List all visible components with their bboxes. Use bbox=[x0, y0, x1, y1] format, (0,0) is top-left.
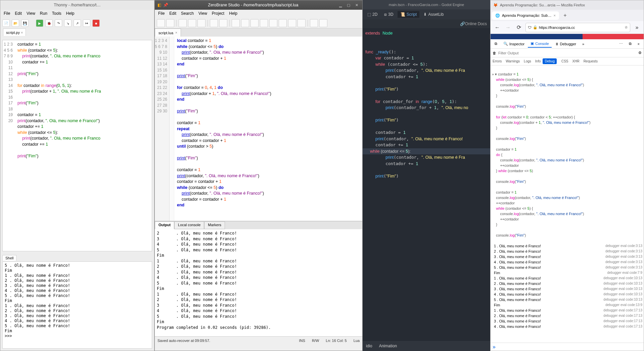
settings-icon[interactable]: ⚙ bbox=[638, 51, 642, 55]
trash-icon[interactable]: 🗑 bbox=[493, 51, 496, 55]
step-over-icon[interactable] bbox=[260, 19, 268, 27]
assetlib-button[interactable]: ⬇ AssetLib bbox=[421, 11, 446, 18]
menu-file[interactable]: File bbox=[156, 10, 167, 17]
idio-label[interactable]: idio bbox=[366, 344, 372, 348]
local-console-tab[interactable]: Local console bbox=[174, 221, 204, 229]
cat-css[interactable]: CSS bbox=[559, 58, 570, 64]
save-all-icon[interactable] bbox=[188, 19, 196, 27]
open-file-icon[interactable] bbox=[166, 19, 174, 27]
overflow-icon[interactable]: » bbox=[633, 23, 641, 32]
pin-icon[interactable]: 📌 bbox=[163, 3, 168, 7]
output-tab[interactable]: Output bbox=[155, 221, 174, 229]
thonny-shell[interactable]: 5 . Olá, meu nome é Franco! Fim 1 . Olá,… bbox=[2, 261, 152, 349]
shield-icon[interactable]: 🛡 bbox=[528, 26, 532, 30]
save-icon[interactable]: 💾 bbox=[21, 19, 29, 27]
animation-label[interactable]: Animation bbox=[379, 344, 397, 348]
cat-debug[interactable]: Debug bbox=[543, 58, 556, 64]
maximize-icon[interactable]: ▢ bbox=[346, 2, 352, 8]
menu-file[interactable]: File bbox=[2, 10, 12, 17]
zb-code[interactable]: local contador = 1 while (contador <= 5)… bbox=[174, 37, 362, 221]
thonny-gutter: 1 2 3 4 5 6 7 8 9 10 11 12 13 14 15 16 1… bbox=[3, 40, 15, 251]
menu-view[interactable]: View bbox=[25, 10, 37, 17]
open-file-icon[interactable]: 📂 bbox=[12, 19, 19, 27]
menu-search[interactable]: Search bbox=[179, 10, 196, 17]
menu-edit[interactable]: Edit bbox=[13, 10, 24, 17]
new-tab-button[interactable]: + bbox=[561, 11, 569, 19]
project-dir-icon[interactable] bbox=[197, 19, 205, 27]
console-prompt[interactable]: » bbox=[491, 343, 644, 351]
markers-tab[interactable]: Markers bbox=[204, 221, 225, 229]
menu-project[interactable]: Project bbox=[210, 10, 226, 17]
dock-icon[interactable]: ⧉ bbox=[626, 40, 634, 47]
step-out-icon[interactable] bbox=[279, 19, 287, 27]
step-into-icon[interactable] bbox=[269, 19, 277, 27]
toggle-breakpoint-icon[interactable] bbox=[310, 19, 318, 27]
find-icon[interactable] bbox=[210, 19, 218, 27]
stop-icon[interactable] bbox=[297, 19, 306, 27]
zb-tab[interactable]: script.lua× bbox=[155, 29, 181, 37]
menu-edit[interactable]: Edit bbox=[167, 10, 178, 17]
break-icon[interactable] bbox=[288, 19, 296, 27]
script-button[interactable]: 📜 Script bbox=[398, 11, 420, 18]
step-over-icon[interactable]: ↷ bbox=[55, 19, 62, 27]
browser-tab[interactable]: 🌐 Aprenda Programação: Subr… × bbox=[492, 11, 559, 20]
reload-icon[interactable]: ⟳ bbox=[515, 23, 523, 32]
save-icon[interactable] bbox=[179, 19, 187, 27]
close-icon[interactable]: × bbox=[21, 31, 23, 35]
back-icon[interactable]: ← bbox=[493, 23, 501, 32]
devtools-menu-icon[interactable]: ⋯ bbox=[616, 40, 626, 47]
zb-editor[interactable]: 1 2 3 4 5 6 7 8 9 10 11 12 13 14 15 16 1… bbox=[155, 37, 362, 221]
devtools-close-icon[interactable]: × bbox=[635, 41, 642, 47]
menu-run[interactable]: Run bbox=[38, 10, 49, 17]
step-out-icon[interactable]: ↗ bbox=[74, 19, 81, 27]
run-icon[interactable] bbox=[232, 19, 240, 27]
new-file-icon[interactable] bbox=[157, 19, 165, 27]
ff-navbar: ← → ⟳ 🛡 🔒 https://francogarcia.cc ☆ » bbox=[491, 21, 644, 34]
menu-tools[interactable]: Tools bbox=[50, 10, 63, 17]
debug-icon[interactable]: 🐞 bbox=[45, 19, 53, 27]
inspector-tab[interactable]: 🔍 Inspector bbox=[501, 40, 527, 47]
menu-view[interactable]: View bbox=[196, 10, 209, 17]
cat-info[interactable]: Info bbox=[533, 58, 543, 64]
star-icon[interactable]: ☆ bbox=[625, 25, 628, 30]
more-tabs-icon[interactable]: » bbox=[580, 41, 587, 47]
filter-input[interactable] bbox=[498, 51, 636, 55]
resume-icon[interactable]: ↦ bbox=[83, 19, 90, 27]
zb-output[interactable]: 2 . Olá, meu nome é Franco! 3 . Olá, meu… bbox=[155, 229, 362, 337]
cat-requests[interactable]: Requests bbox=[582, 58, 600, 64]
thonny-code[interactable]: contador = 1 while (contador <= 5): prin… bbox=[15, 40, 152, 251]
menu-help[interactable]: Help bbox=[64, 10, 77, 17]
minimize-icon[interactable]: ▁ bbox=[337, 2, 343, 8]
fold-margin[interactable] bbox=[170, 37, 174, 221]
step-into-icon[interactable]: ↘ bbox=[64, 19, 72, 27]
shell-tab[interactable]: Shell bbox=[2, 255, 16, 261]
cat-warnings[interactable]: Warnings bbox=[504, 58, 522, 64]
close-icon[interactable]: × bbox=[554, 13, 556, 17]
debug-start-icon[interactable] bbox=[250, 19, 259, 27]
console-output[interactable]: » ▾ contador = 1 while (contador <= 5) {… bbox=[491, 65, 644, 343]
2d-button[interactable]: ⬚ 2D bbox=[365, 11, 380, 18]
run-noshell-icon[interactable] bbox=[241, 19, 249, 27]
online-docs[interactable]: 🔗 Online Docs bbox=[363, 19, 490, 28]
thonny-tab[interactable]: script.py × bbox=[3, 29, 26, 36]
bookmarks-icon[interactable] bbox=[319, 19, 327, 27]
close-icon[interactable]: ✕ bbox=[354, 2, 360, 8]
stop-icon[interactable]: ■ bbox=[92, 19, 100, 27]
console-tab[interactable]: ▣ Console bbox=[528, 40, 551, 48]
thonny-editor[interactable]: 1 2 3 4 5 6 7 8 9 10 11 12 13 14 15 16 1… bbox=[2, 40, 152, 251]
zb-tabbar: script.lua× bbox=[155, 29, 362, 37]
cat-errors[interactable]: Errors bbox=[491, 58, 504, 64]
iframe-picker-icon[interactable]: ⧉ bbox=[492, 40, 500, 47]
close-icon[interactable]: × bbox=[175, 31, 177, 35]
run-icon[interactable]: ▶ bbox=[36, 19, 43, 27]
menu-help[interactable]: Help bbox=[227, 10, 239, 17]
url-bar[interactable]: 🛡 🔒 https://francogarcia.cc ☆ bbox=[525, 23, 630, 32]
3d-button[interactable]: ⧈ 3D bbox=[381, 11, 396, 18]
cat-xhr[interactable]: XHR bbox=[570, 58, 582, 64]
debugger-tab[interactable]: ⏸ Debugger bbox=[552, 41, 579, 47]
cat-logs[interactable]: Logs bbox=[522, 58, 533, 64]
replace-icon[interactable] bbox=[219, 19, 227, 27]
forward-icon[interactable]: → bbox=[504, 23, 512, 32]
new-file-icon[interactable]: 📄 bbox=[2, 19, 10, 27]
godot-code[interactable]: extends Node func _ready(): var contador… bbox=[363, 28, 490, 323]
